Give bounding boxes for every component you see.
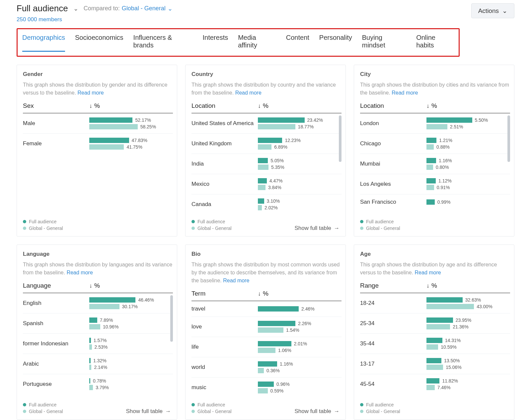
scrollbar[interactable] bbox=[339, 115, 341, 162]
table-row[interactable]: Mexico4.47%3.84% bbox=[191, 174, 341, 194]
read-more-link[interactable]: Read more bbox=[223, 278, 249, 283]
chevron-down-icon[interactable]: ⌄ bbox=[168, 5, 173, 12]
bar-secondary bbox=[89, 304, 119, 309]
bar-value: 0.96% bbox=[276, 382, 290, 387]
read-more-link[interactable]: Read more bbox=[78, 90, 104, 96]
legend-swatch-icon bbox=[191, 403, 195, 406]
column-name[interactable]: Location bbox=[191, 102, 255, 109]
show-full-table-link[interactable]: Show full table bbox=[126, 408, 171, 415]
table-row[interactable]: life2.01%1.06% bbox=[191, 337, 341, 357]
arrow-right-icon bbox=[334, 408, 340, 415]
legend: Full audienceGlobal - General bbox=[360, 214, 510, 232]
table-row[interactable]: United Kingdom12.23%6.89% bbox=[191, 134, 341, 154]
sort-down-icon bbox=[258, 290, 261, 297]
read-more-link[interactable]: Read more bbox=[67, 270, 93, 275]
arrow-right-icon bbox=[165, 408, 171, 415]
chevron-down-icon[interactable]: ⌄ bbox=[73, 5, 78, 12]
bar-value: 13.50% bbox=[444, 358, 460, 363]
column-percent[interactable]: % bbox=[258, 290, 341, 297]
tab-content[interactable]: Content bbox=[286, 34, 309, 52]
bar-primary bbox=[258, 198, 264, 204]
table-row[interactable]: music0.96%0.59% bbox=[191, 378, 341, 397]
table-row[interactable]: San Francisco0.99% bbox=[360, 194, 510, 210]
bar-value: 1.54% bbox=[286, 327, 299, 333]
column-name[interactable]: Sex bbox=[23, 102, 86, 109]
row-label: Canada bbox=[191, 201, 255, 208]
table-row[interactable]: United States of America23.42%18.77% bbox=[191, 113, 341, 134]
tab-online-habits[interactable]: Online habits bbox=[416, 34, 454, 52]
table-row[interactable]: London5.50%2.51% bbox=[360, 113, 510, 134]
bar-value: 5.50% bbox=[475, 117, 488, 123]
tab-media-affinity[interactable]: Media affinity bbox=[238, 34, 276, 52]
tab-socioeconomics[interactable]: Socioeconomics bbox=[75, 34, 123, 52]
bar-value: 3.10% bbox=[267, 198, 280, 204]
table-row[interactable]: world1.16%0.36% bbox=[191, 357, 341, 378]
table-row[interactable]: love2.26%1.54% bbox=[191, 317, 341, 337]
show-full-table-link[interactable]: Show full table bbox=[294, 408, 340, 415]
row-label: India bbox=[191, 160, 255, 168]
bar-value: 2.26% bbox=[298, 321, 311, 326]
table-row[interactable]: former Indonesian1.57%2.53% bbox=[23, 334, 173, 354]
scrollbar[interactable] bbox=[507, 115, 510, 162]
bar-value: 0.59% bbox=[270, 388, 284, 393]
column-percent[interactable]: % bbox=[426, 102, 510, 109]
legend-swatch-icon bbox=[191, 410, 195, 413]
read-more-link[interactable]: Read more bbox=[415, 270, 441, 275]
table-row[interactable]: English46.46%30.17% bbox=[23, 293, 173, 314]
table-row[interactable]: 45-5411.82%7.46% bbox=[360, 374, 510, 394]
table-row[interactable]: 18-2432.63%43.00% bbox=[360, 293, 510, 314]
bar-primary bbox=[89, 378, 90, 384]
table-row[interactable]: Mumbai1.16%0.80% bbox=[360, 154, 510, 174]
compared-to-link[interactable]: Global - General bbox=[122, 5, 166, 12]
show-full-table-link[interactable]: Show full table bbox=[294, 225, 340, 232]
table-row[interactable]: 13-1713.50%15.06% bbox=[360, 354, 510, 374]
bar-secondary bbox=[426, 144, 434, 150]
actions-button[interactable]: Actions ⌄ bbox=[471, 3, 514, 18]
bar-primary bbox=[426, 199, 435, 205]
bar-value: 0.99% bbox=[437, 199, 451, 205]
table-row[interactable]: Los Angeles1.12%0.91% bbox=[360, 174, 510, 194]
bar-primary bbox=[426, 138, 436, 143]
table-row[interactable]: 35-4414.31%10.59% bbox=[360, 334, 510, 354]
table-row[interactable]: Female47.83%41.75% bbox=[23, 134, 173, 154]
table-row[interactable]: Male52.17%58.25% bbox=[23, 113, 173, 134]
table-row[interactable]: Portuguese0.78%3.79% bbox=[23, 374, 173, 394]
bar-secondary bbox=[89, 365, 91, 370]
tab-demographics[interactable]: Demographics bbox=[22, 34, 65, 52]
table-row[interactable]: travel2.46% bbox=[191, 301, 341, 317]
column-percent[interactable]: % bbox=[89, 282, 173, 289]
tab-interests[interactable]: Interests bbox=[202, 34, 228, 52]
table-row[interactable]: India5.05%5.35% bbox=[191, 154, 341, 174]
column-name[interactable]: Location bbox=[360, 102, 423, 109]
bar-secondary bbox=[426, 324, 450, 329]
tab-personality[interactable]: Personality bbox=[319, 34, 352, 52]
table-row[interactable]: Spanish7.89%10.96% bbox=[23, 314, 173, 334]
tab-buying-mindset[interactable]: Buying mindset bbox=[362, 34, 406, 52]
table-row[interactable]: 25-3423.95%21.36% bbox=[360, 314, 510, 334]
bar-primary bbox=[426, 158, 436, 163]
audience-title[interactable]: Full audience bbox=[17, 3, 68, 14]
read-more-link[interactable]: Read more bbox=[392, 90, 418, 96]
column-percent[interactable]: % bbox=[89, 102, 173, 109]
column-name[interactable]: Language bbox=[23, 282, 86, 289]
column-percent[interactable]: % bbox=[426, 282, 510, 289]
read-more-link[interactable]: Read more bbox=[235, 90, 262, 96]
bar-primary bbox=[426, 297, 463, 303]
rows-container: London5.50%2.51%Chicago1.21%0.88%Mumbai1… bbox=[360, 113, 510, 210]
column-name[interactable]: Range bbox=[360, 282, 423, 289]
table-row[interactable]: Arabic1.32%2.14% bbox=[23, 354, 173, 374]
row-label: Mexico bbox=[191, 180, 255, 188]
sort-down-icon bbox=[258, 102, 261, 109]
bar-value: 52.17% bbox=[135, 117, 151, 123]
scrollbar[interactable] bbox=[170, 295, 173, 342]
table-row[interactable]: Chicago1.21%0.88% bbox=[360, 134, 510, 154]
column-name[interactable]: Term bbox=[191, 290, 255, 297]
bar-value: 2.02% bbox=[265, 205, 278, 210]
legend-swatch-icon bbox=[23, 410, 26, 413]
table-row[interactable]: Canada3.10%2.02% bbox=[191, 194, 341, 214]
row-label: former Indonesian bbox=[23, 340, 86, 347]
tab-influencers-brands[interactable]: Influencers & brands bbox=[133, 34, 193, 52]
column-percent[interactable]: % bbox=[258, 102, 341, 109]
bar-secondary bbox=[426, 185, 434, 190]
header: Full audience ⌄ Compared to: Global - Ge… bbox=[17, 3, 514, 23]
